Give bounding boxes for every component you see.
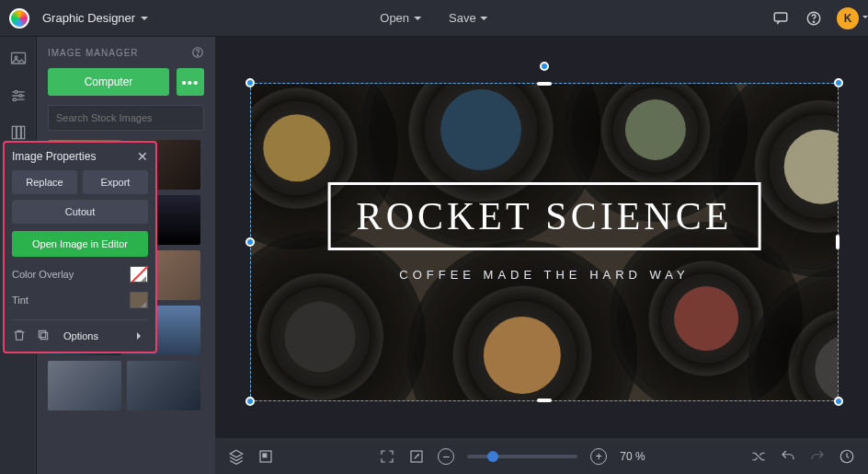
- upload-computer-button[interactable]: Computer: [48, 68, 169, 96]
- color-overlay-label: Color Overlay: [12, 269, 74, 280]
- actual-size-icon[interactable]: [408, 448, 425, 465]
- history-icon[interactable]: [839, 448, 855, 465]
- adjust-tool-icon[interactable]: [9, 87, 28, 105]
- image-tool-icon[interactable]: [9, 50, 28, 68]
- resize-handle-tr[interactable]: [834, 78, 843, 87]
- svg-rect-16: [263, 454, 267, 457]
- resize-handle-br[interactable]: [834, 397, 843, 406]
- design-subtitle: COFFEE MADE THE HARD WAY: [399, 268, 690, 282]
- svg-rect-9: [17, 126, 20, 138]
- canvas-area[interactable]: ROCKET SCIENCE COFFEE MADE THE HARD WAY: [215, 37, 868, 437]
- svg-rect-10: [21, 126, 24, 138]
- zoom-percent: 70 %: [620, 450, 645, 463]
- rotate-handle[interactable]: [540, 62, 549, 71]
- zoom-slider-knob[interactable]: [487, 451, 498, 462]
- save-menu[interactable]: Save: [441, 6, 496, 30]
- layout-tool-icon[interactable]: [9, 123, 28, 142]
- resize-handle-mr[interactable]: [836, 235, 839, 249]
- user-avatar[interactable]: K: [837, 7, 859, 29]
- svg-rect-14: [39, 330, 45, 337]
- chevron-down-icon: [414, 17, 421, 24]
- svg-point-12: [198, 54, 199, 55]
- image-thumbnail[interactable]: [48, 361, 121, 410]
- tint-swatch[interactable]: [130, 292, 148, 308]
- export-button[interactable]: Export: [83, 170, 148, 194]
- image-properties-panel: Image Properties ✕ Replace Export Cutout…: [3, 141, 157, 353]
- cutout-button[interactable]: Cutout: [12, 200, 148, 224]
- svg-point-5: [15, 90, 17, 93]
- delete-icon[interactable]: [12, 328, 29, 344]
- properties-title: Image Properties: [12, 150, 96, 163]
- replace-button[interactable]: Replace: [12, 170, 77, 194]
- top-bar: Graphic Designer Open Save K: [0, 0, 868, 37]
- chevron-down-icon: [481, 17, 488, 24]
- canvas-settings-icon[interactable]: [257, 448, 274, 465]
- duplicate-icon[interactable]: [36, 328, 52, 344]
- chevron-down-icon: [141, 17, 148, 24]
- chevron-right-icon: [137, 332, 144, 340]
- bottom-bar: – + 70 %: [215, 437, 868, 474]
- undo-icon[interactable]: [780, 448, 796, 465]
- mode-label: Graphic Designer: [42, 11, 135, 25]
- svg-point-7: [13, 98, 16, 101]
- resize-handle-mb[interactable]: [537, 399, 552, 402]
- center-menus: Open Save: [372, 6, 495, 30]
- svg-rect-8: [12, 126, 16, 138]
- mode-selector[interactable]: Graphic Designer: [42, 11, 148, 25]
- layers-icon[interactable]: [228, 448, 245, 465]
- fit-screen-icon[interactable]: [379, 448, 395, 465]
- open-in-editor-button[interactable]: Open Image in Editor: [12, 231, 148, 257]
- svg-rect-0: [774, 13, 787, 21]
- zoom-slider[interactable]: [467, 455, 577, 458]
- resize-handle-ml[interactable]: [246, 237, 255, 247]
- search-stock-input[interactable]: [48, 105, 204, 131]
- close-icon[interactable]: ✕: [137, 149, 148, 164]
- color-overlay-swatch[interactable]: [130, 266, 148, 283]
- resize-handle-bl[interactable]: [246, 397, 255, 406]
- resize-handle-mt[interactable]: [537, 82, 552, 86]
- image-thumbnail[interactable]: [127, 361, 200, 410]
- zoom-out-button[interactable]: –: [438, 448, 454, 465]
- svg-point-6: [19, 95, 22, 98]
- shuffle-icon[interactable]: [750, 448, 767, 465]
- options-button[interactable]: Options: [60, 330, 148, 341]
- feedback-icon[interactable]: [771, 8, 791, 29]
- app-logo[interactable]: [9, 8, 29, 29]
- panel-heading: IMAGE MANAGER: [48, 48, 139, 58]
- upload-more-button[interactable]: •••: [177, 68, 204, 96]
- tint-label: Tint: [12, 295, 29, 306]
- selected-image[interactable]: ROCKET SCIENCE COFFEE MADE THE HARD WAY: [250, 83, 839, 401]
- help-icon[interactable]: [804, 8, 824, 29]
- panel-help-icon[interactable]: [191, 46, 204, 59]
- top-right: K: [771, 7, 859, 29]
- svg-point-2: [813, 21, 814, 22]
- open-menu[interactable]: Open: [372, 6, 428, 30]
- svg-rect-13: [40, 332, 47, 339]
- resize-handle-tl[interactable]: [246, 78, 255, 87]
- design-title: ROCKET SCIENCE: [328, 182, 761, 250]
- zoom-in-button[interactable]: +: [590, 448, 607, 465]
- redo-icon[interactable]: [809, 448, 826, 465]
